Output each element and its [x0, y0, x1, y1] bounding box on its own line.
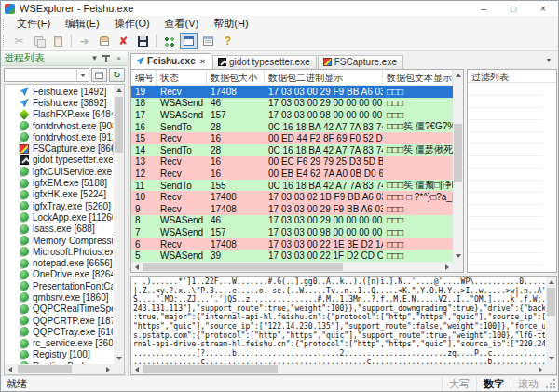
process-list-item[interactable]: igfxEM.exe [5188] [20, 177, 113, 188]
clear-button[interactable]: ✘ [115, 33, 132, 49]
process-list-item[interactable]: fontdrvhost.exe [912] [20, 131, 113, 142]
table-row[interactable]: 13 Recv 16 00 EC F6 29 79 25 D3 5D B0 0.… [131, 156, 453, 169]
scroll-thumb[interactable] [547, 288, 555, 316]
tab-fscapture[interactable]: FSCapture.exe [318, 55, 403, 69]
scroll-left-icon[interactable] [131, 262, 142, 272]
scroll-left-icon[interactable] [131, 364, 142, 374]
table-row[interactable]: 6 Recv 17408 17 03 03 00 22 1E 3E D2 1A … [131, 238, 453, 250]
table-row[interactable]: 8 WSASend 46 17 03 03 00 29 00 00 00 00 … [131, 215, 453, 227]
hex-vscrollbar[interactable] [546, 277, 556, 364]
process-list-item[interactable]: rc_service.exe [3600] [20, 338, 113, 349]
table-row[interactable]: 19 Recv 17408 17 03 03 00 29 F9 BB A6 03… [131, 86, 453, 98]
table-row[interactable]: 17 WSASend 157 17 03 03 00 98 00 00 00 0… [131, 109, 453, 121]
tab-gidot[interactable]: gidot typesetter.exe [212, 55, 317, 69]
process-list-item[interactable]: LockApp.exe [11260] [20, 211, 113, 223]
process-list-item[interactable]: QQPCRealTimeSpeedup [20, 304, 113, 315]
hex-dump[interactable]: . .)......*']1..22F...W.......#.G(..].gg… [133, 277, 545, 364]
panel-close-button[interactable]: × [113, 53, 125, 64]
scroll-right-icon[interactable] [443, 262, 453, 272]
copy-button[interactable] [30, 33, 48, 49]
tab-feishu[interactable]: Feishu.exe × [130, 53, 211, 69]
column-header[interactable]: 状态 [157, 70, 207, 85]
process-list-item[interactable]: lsass.exe [688] [20, 223, 113, 235]
paste-button[interactable] [49, 33, 67, 49]
process-list-item[interactable]: FlashFXP.exe [6484] [20, 109, 113, 120]
process-list-hscrollbar[interactable] [5, 364, 114, 374]
process-list-item[interactable]: PresentationFontCache.e [20, 280, 113, 291]
pause-capture-button[interactable] [95, 33, 113, 49]
forward-button[interactable]: ➔ [75, 33, 93, 49]
menu-item[interactable]: 查看(V) [157, 17, 207, 30]
table-vscrollbar[interactable] [453, 70, 463, 262]
capture-options-button[interactable] [160, 33, 178, 49]
process-list-item[interactable]: igfxHK.exe [5224] [20, 189, 113, 200]
table-row[interactable]: 18 WSASend 46 17 03 03 00 29 00 00 00 00… [131, 98, 453, 110]
table-row[interactable]: 5 WSASend 39 17 03 03 00 22 1F D2 CD CF … [131, 250, 453, 262]
table-row[interactable]: 7 WSASend 157 17 03 03 00 98 00 00 00 00… [131, 226, 453, 238]
table-row[interactable]: 15 Recv 16 00 ED 44 F2 8F 69 F0 52 DD 08… [131, 132, 453, 144]
process-list-item[interactable]: Memory Compression [2 [20, 235, 113, 246]
maximize-button[interactable]: □ [498, 2, 528, 16]
save-button[interactable] [134, 33, 152, 49]
filter-panel-title[interactable]: 过滤列表 [468, 70, 556, 83]
table-hscrollbar[interactable] [131, 262, 453, 272]
scroll-right-icon[interactable] [103, 364, 114, 374]
process-list-item[interactable]: Microsoft.Photos.exe [13 [20, 246, 113, 257]
scroll-thumb[interactable] [143, 263, 343, 271]
table-row[interactable]: 14 SendTo 28 0C 16 18 BA 42 A7 7A 83 74 … [131, 144, 453, 156]
scroll-down-icon[interactable] [453, 251, 463, 262]
panel-menu-button[interactable]: ▼ [89, 53, 101, 64]
scroll-thumb[interactable] [18, 365, 72, 373]
help-button[interactable]: ? [219, 33, 237, 49]
attach-process-button[interactable] [91, 68, 107, 82]
process-list-item[interactable]: Feishu.exe [1492] [20, 86, 113, 97]
process-list-item[interactable]: FSCapture.exe [8668] [20, 142, 113, 154]
process-list-item[interactable]: QQPCTray.exe [6100] [20, 326, 113, 337]
column-header[interactable]: 编号 [131, 70, 157, 85]
process-list-item[interactable]: igfxCUIService.exe [2540 [20, 166, 113, 177]
combo-caret-icon[interactable] [76, 70, 88, 80]
resize-grip[interactable] [545, 378, 557, 390]
toggle-panel-button[interactable] [180, 33, 198, 49]
process-list-vscrollbar[interactable] [114, 85, 124, 364]
panel-pin-button[interactable] [101, 53, 113, 64]
column-header[interactable]: 数据包大小 [207, 70, 265, 85]
scroll-thumb[interactable] [143, 365, 278, 373]
scroll-thumb[interactable] [454, 124, 462, 182]
process-list-item[interactable]: fontdrvhost.exe [908] [20, 120, 113, 131]
refresh-button[interactable]: ↻ [109, 68, 125, 82]
scroll-left-icon[interactable] [5, 364, 15, 374]
process-filter-combobox[interactable] [4, 68, 89, 82]
filter-list[interactable] [468, 84, 556, 272]
table-row[interactable]: 10 Recv 17408 17 03 03 02 1B F9 BB A6 03… [131, 191, 453, 203]
tab-close-icon[interactable]: × [200, 57, 205, 66]
scroll-thumb[interactable] [115, 97, 123, 153]
scroll-down-icon[interactable] [546, 354, 556, 364]
column-header[interactable]: 数据包二进制显示 [265, 70, 383, 85]
process-list-item[interactable]: qmbsrv.exe [1860] [20, 291, 113, 303]
scroll-up-icon[interactable] [453, 70, 463, 80]
cut-button[interactable]: ✂ [10, 33, 28, 49]
menu-item[interactable]: 帮助(H) [206, 17, 255, 30]
properties-button[interactable] [199, 33, 217, 49]
menu-item[interactable]: 编辑(E) [58, 17, 107, 30]
scroll-right-icon[interactable] [536, 364, 546, 374]
process-list-item[interactable]: QQPCRTP.exe [1872] [20, 315, 113, 326]
close-button[interactable]: × [528, 2, 558, 16]
table-row[interactable]: 16 SendTo 28 0C 16 18 BA 42 A7 7A 83 74 … [131, 121, 453, 133]
table-row[interactable]: 12 Recv 16 00 EB E4 62 7A A0 0B D0 6B 1.… [131, 168, 453, 180]
process-list-item[interactable]: gidot typesetter.exe [387 [20, 155, 113, 166]
process-list-item[interactable]: igfxTray.exe [5260] [20, 200, 113, 211]
scroll-down-icon[interactable] [114, 354, 124, 364]
menu-item[interactable]: 操作(O) [107, 17, 157, 30]
tab-overflow-button[interactable]: ▼ [542, 55, 555, 66]
hex-hscrollbar[interactable] [131, 364, 546, 374]
process-list-item[interactable]: Feishu.exe [3892] [20, 97, 113, 108]
column-header[interactable]: 数据包文本显示 [383, 70, 453, 85]
process-list-item[interactable]: OneDrive.exe [8264] [20, 269, 113, 280]
minimize-button[interactable]: – [469, 2, 498, 16]
table-row[interactable]: 9 Recv 17408 17 03 03 00 29 F9 BB A6 03 … [131, 203, 453, 215]
table-row[interactable]: 11 SendTo 155 0C 16 18 BA 42 A7 7A 83 74… [131, 180, 453, 192]
menu-item[interactable]: 文件(F) [9, 17, 58, 30]
process-list-item[interactable]: Registry [100] [20, 349, 113, 360]
